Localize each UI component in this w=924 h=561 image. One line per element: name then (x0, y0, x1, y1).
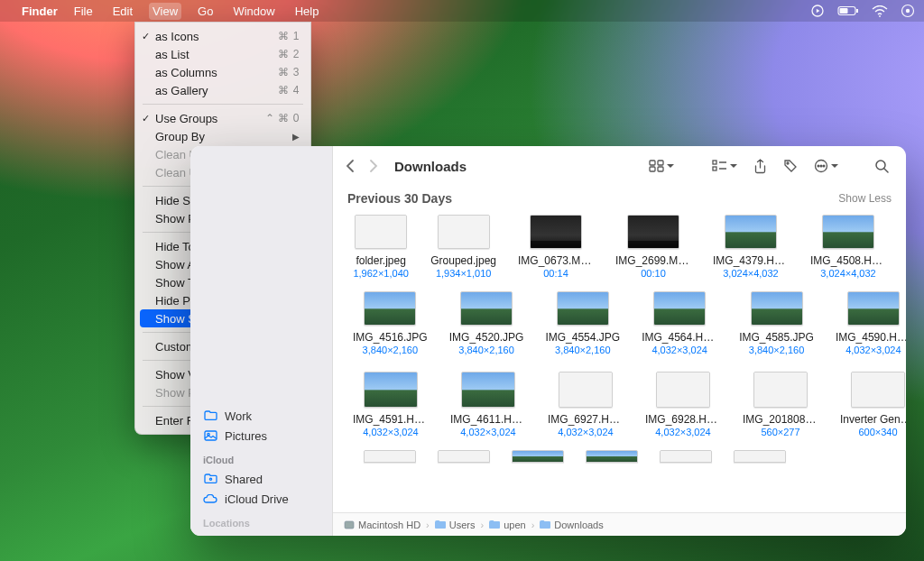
sidebar-item-label: Shared (225, 473, 263, 486)
svg-rect-4 (840, 8, 848, 14)
svg-rect-13 (650, 167, 655, 171)
svg-line-25 (884, 169, 888, 172)
file-meta: 4,032×3,024 (460, 427, 515, 437)
file-item[interactable]: IMG_6927.HEIC4,032×3,024 (548, 372, 624, 437)
sidebar-item-work[interactable]: Work (190, 406, 332, 426)
sidebar-item-label: Work (225, 409, 252, 423)
picture-icon (203, 428, 217, 443)
path-crumb[interactable]: Macintosh HD (344, 520, 420, 530)
file-name: IMG_4564.HEIC (642, 331, 717, 344)
sidebar-item-label: iCloud Drive (225, 492, 289, 506)
view-mode-button[interactable] (644, 158, 679, 174)
file-name: IMG_20180830_211407.jpg (743, 413, 818, 426)
file-thumbnail[interactable] (660, 450, 712, 463)
file-name: IMG_0673.MOV (518, 254, 594, 267)
svg-rect-3 (856, 9, 858, 13)
file-item[interactable]: IMG_4564.HEIC4,032×3,024 (642, 291, 717, 355)
check-icon: ✓ (142, 113, 150, 124)
battery-icon[interactable] (837, 5, 859, 16)
file-name: IMG_4585.JPG (739, 331, 814, 344)
file-thumbnail[interactable] (438, 450, 490, 463)
file-item[interactable]: IMG_4585.JPG3,840×2,160 (739, 291, 814, 355)
file-thumbnail (627, 215, 679, 249)
path-crumb[interactable]: Downloads (540, 520, 603, 530)
file-meta: 00:10 (641, 268, 666, 279)
file-thumbnail (461, 372, 515, 408)
svg-point-7 (906, 9, 910, 13)
file-item[interactable]: IMG_4590.HEIC4,032×3,024 (836, 291, 906, 355)
file-grid: folder.jpeg1,962×1,040Grouped.jpeg1,934×… (333, 211, 906, 512)
menu-item-label: as Gallery (155, 84, 208, 97)
show-less-button[interactable]: Show Less (838, 192, 892, 205)
file-item[interactable]: IMG_4379.HEIC3,024×4,032 (713, 215, 789, 279)
sidebar-item-pictures[interactable]: Pictures (190, 426, 332, 446)
file-thumbnail (355, 215, 407, 249)
chevron-right-icon: › (480, 520, 484, 530)
menu-item-label: as Columns (155, 66, 217, 79)
file-name: Inverter Generat...r You.jpg (840, 413, 906, 426)
file-item[interactable]: IMG_4611.HEIC4,032×3,024 (450, 372, 526, 437)
file-name: IMG_6928.HEIC (645, 413, 721, 426)
svg-rect-8 (205, 431, 217, 440)
file-item[interactable]: Grouped.jpeg1,934×1,010 (430, 215, 496, 279)
file-item[interactable]: IMG_4554.JPG3,840×2,160 (545, 291, 620, 355)
sidebar-item-shared[interactable]: Shared (190, 469, 332, 489)
share-button[interactable] (749, 157, 772, 176)
menubar-item-go[interactable]: Go (194, 3, 217, 20)
control-center-icon[interactable] (901, 4, 915, 18)
svg-rect-26 (345, 521, 354, 529)
cloud-icon (203, 492, 217, 506)
menubar-item-help[interactable]: Help (291, 3, 323, 20)
action-button[interactable] (809, 157, 843, 175)
file-item[interactable]: folder.jpeg1,962×1,040 (353, 215, 409, 279)
svg-rect-14 (658, 167, 663, 171)
menubar-item-window[interactable]: Window (229, 3, 278, 20)
search-button[interactable] (870, 157, 893, 175)
file-item[interactable]: IMG_2699.MOV00:10 (615, 215, 691, 279)
file-meta: 1,962×1,040 (353, 268, 408, 279)
menubar-app-name[interactable]: Finder (22, 5, 58, 18)
path-crumb[interactable]: upen (489, 520, 525, 530)
menu-item-label: Group By (155, 130, 205, 143)
menubar-item-edit[interactable]: Edit (109, 3, 136, 20)
file-meta: 4,032×3,024 (845, 345, 901, 355)
menu-item[interactable]: ✓as Icons⌘ 1 (135, 27, 310, 45)
screen-mirroring-icon[interactable] (810, 4, 825, 18)
back-button[interactable] (346, 159, 356, 173)
file-thumbnail[interactable] (364, 450, 416, 463)
file-thumbnail[interactable] (586, 450, 638, 463)
file-item[interactable]: IMG_4591.HEIC4,032×3,024 (353, 372, 429, 437)
path-crumb[interactable]: Users (435, 520, 476, 530)
file-item[interactable]: Inverter Generat...r You.jpg600×340 (840, 372, 906, 437)
menu-item[interactable]: as List⌘ 2 (135, 45, 310, 63)
sidebar-item-icloud-drive[interactable]: iCloud Drive (190, 489, 332, 509)
menubar-item-file[interactable]: File (70, 3, 97, 20)
file-thumbnail (364, 372, 418, 408)
forward-button[interactable] (368, 159, 378, 173)
file-thumbnail (460, 291, 513, 326)
file-item[interactable]: IMG_4516.JPG3,840×2,160 (353, 291, 428, 355)
menu-item[interactable]: ✓Use Groups⌃ ⌘ 0 (135, 109, 310, 127)
wifi-icon[interactable] (872, 5, 888, 17)
file-meta: 4,032×3,024 (651, 345, 707, 355)
group-by-button[interactable] (707, 158, 742, 174)
svg-rect-12 (658, 161, 663, 165)
file-item[interactable]: IMG_20180830_211407.jpg560×277 (743, 372, 818, 437)
menubar-item-view[interactable]: View (149, 3, 181, 20)
file-item[interactable]: IMG_0673.MOV00:14 (518, 215, 594, 279)
file-item[interactable]: IMG_4508.HEIC3,024×4,032 (810, 215, 886, 279)
menu-item[interactable]: as Gallery⌘ 4 (135, 81, 310, 99)
file-item[interactable]: IMG_4520.JPG3,840×2,160 (449, 291, 524, 355)
menu-item[interactable]: Group By▶ (135, 127, 310, 145)
svg-point-21 (818, 165, 819, 167)
menu-item[interactable]: as Columns⌘ 3 (135, 63, 310, 81)
file-thumbnail[interactable] (512, 450, 564, 463)
file-meta: 4,032×3,024 (363, 427, 418, 437)
file-meta: 560×277 (761, 427, 799, 437)
file-item[interactable]: IMG_6928.HEIC4,032×3,024 (645, 372, 721, 437)
tags-button[interactable] (779, 157, 802, 175)
svg-marker-1 (817, 9, 820, 13)
file-meta: 3,840×2,160 (555, 345, 610, 355)
window-title: Downloads (394, 159, 467, 174)
file-thumbnail[interactable] (734, 450, 786, 463)
